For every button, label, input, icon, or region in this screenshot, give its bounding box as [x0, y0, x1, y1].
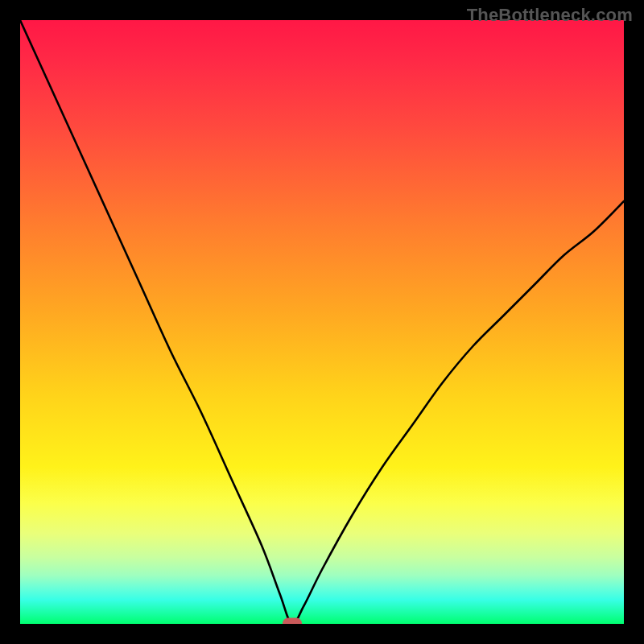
- chart-frame: TheBottleneck.com: [0, 0, 644, 644]
- watermark-text: TheBottleneck.com: [467, 5, 633, 26]
- plot-area: [20, 20, 624, 624]
- optimal-marker: [283, 618, 302, 625]
- bottleneck-curve: [20, 20, 624, 624]
